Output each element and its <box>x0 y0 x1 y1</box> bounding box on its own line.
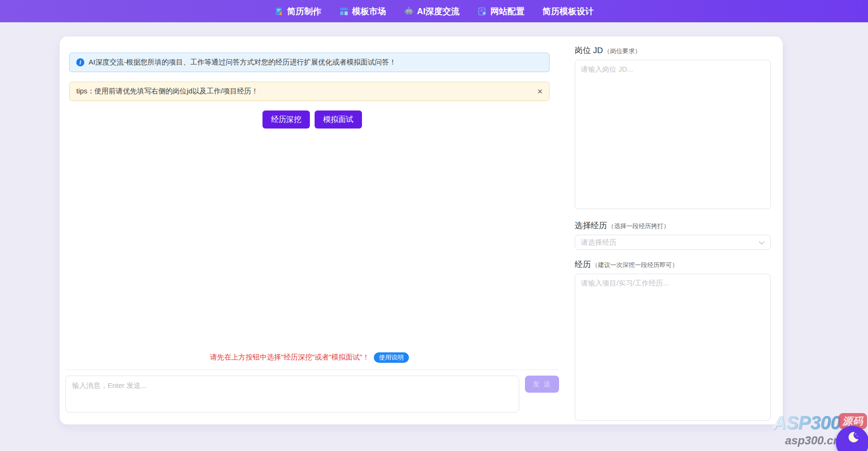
chat-panel: i AI深度交流-根据您所填的项目、工作等通过问答方式对您的经历进行扩展优化或者… <box>60 37 559 424</box>
nav-item-label: 简历模板设计 <box>542 7 594 16</box>
tips-banner-text: tips：使用前请优先填写右侧的岗位jd以及工作/项目经历！ <box>76 87 258 96</box>
experience-label: 经历 <box>575 259 591 270</box>
select-experience-label: 选择经历 <box>575 220 607 231</box>
send-button[interactable]: 发 送 <box>525 376 559 393</box>
resume-icon <box>274 7 284 16</box>
experience-select-value: 请选择经历 <box>581 238 616 247</box>
nav-item-template-design[interactable]: 简历模板设计 <box>542 7 594 16</box>
experience-sublabel: （建议一次深挖一段经历即可） <box>592 261 678 269</box>
close-icon[interactable]: × <box>537 88 542 95</box>
chat-empty-hint-row: 请先在上方按钮中选择"经历深挖"或者"模拟面试"！ 使用说明 <box>69 352 550 363</box>
main-nav: 简历制作 模板市场 <box>274 7 594 16</box>
info-icon: i <box>76 58 84 66</box>
chat-empty-hint: 请先在上方按钮中选择"经历深挖"或者"模拟面试"！ <box>210 353 369 362</box>
nav-item-resume-builder[interactable]: 简历制作 <box>274 7 321 16</box>
deep-dig-button[interactable]: 经历深挖 <box>262 110 310 129</box>
settings-panel: 岗位 JD （岗位要求） 选择经历 （选择一段经历拷打） 请选择经历 经历 （建… <box>575 37 783 424</box>
jd-sublabel: （岗位要求） <box>604 47 641 55</box>
template-icon <box>339 7 349 16</box>
info-banner-text: AI深度交流-根据您所填的项目、工作等通过问答方式对您的经历进行扩展优化或者模拟… <box>89 58 396 67</box>
nav-item-label: 网站配置 <box>490 7 524 16</box>
watermark-domain: asp300.cn <box>785 434 840 447</box>
experience-select[interactable]: 请选择经历 <box>575 235 771 250</box>
usage-guide-button[interactable]: 使用说明 <box>374 352 409 363</box>
tips-banner: tips：使用前请优先填写右侧的岗位jd以及工作/项目经历！ × <box>69 82 550 101</box>
nav-item-site-config[interactable]: 网站配置 <box>478 7 524 16</box>
nav-item-template-market[interactable]: 模板市场 <box>339 7 386 16</box>
message-compose-bar: 发 送 <box>65 369 559 413</box>
jd-input[interactable] <box>575 60 771 209</box>
mock-interview-button[interactable]: 模拟面试 <box>315 110 362 129</box>
top-header: 简历制作 模板市场 <box>0 0 868 22</box>
chevron-down-icon <box>759 238 765 247</box>
watermark-brand: ASP300 <box>773 412 841 433</box>
jd-label-row: 岗位 JD （岗位要求） <box>575 45 771 56</box>
mode-button-group: 经历深挖 模拟面试 <box>65 110 559 129</box>
nav-item-label: 简历制作 <box>287 7 321 16</box>
main-card: i AI深度交流-根据您所填的项目、工作等通过问答方式对您的经历进行扩展优化或者… <box>60 37 783 424</box>
message-input[interactable] <box>65 376 519 413</box>
nav-item-ai-chat[interactable]: AI深度交流 <box>404 7 460 16</box>
chat-message-area <box>65 129 559 352</box>
select-experience-sublabel: （选择一段经历拷打） <box>608 222 669 230</box>
jd-label: 岗位 JD <box>575 45 603 56</box>
site-config-icon <box>478 7 487 16</box>
select-experience-label-row: 选择经历 （选择一段经历拷打） <box>575 220 771 231</box>
experience-input[interactable] <box>575 274 771 421</box>
nav-item-label: 模板市场 <box>352 7 386 16</box>
experience-label-row: 经历 （建议一次深挖一段经历即可） <box>575 259 771 270</box>
info-banner: i AI深度交流-根据您所填的项目、工作等通过问答方式对您的经历进行扩展优化或者… <box>69 53 550 72</box>
moon-icon <box>844 426 860 448</box>
nav-item-label: AI深度交流 <box>417 7 460 16</box>
robot-icon <box>404 7 414 16</box>
